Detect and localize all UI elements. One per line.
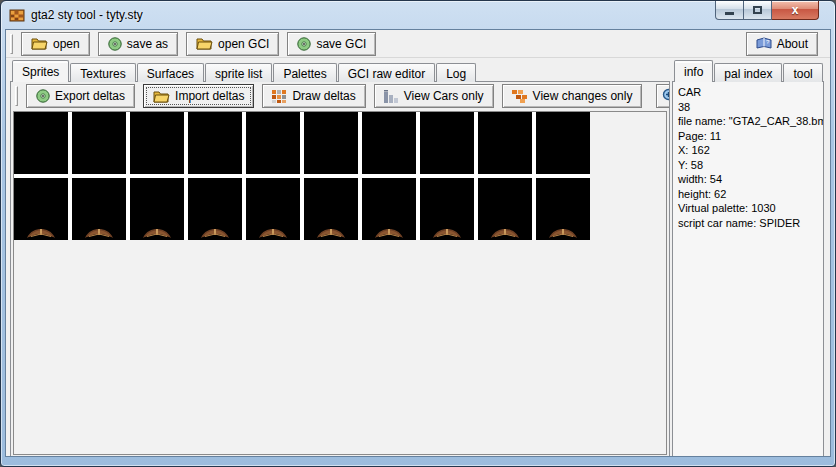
view-changes-only-label: View changes only [533, 89, 633, 103]
sprite-tile[interactable] [536, 112, 590, 174]
minimize-button[interactable] [715, 1, 744, 20]
toolbar-grip[interactable] [15, 86, 18, 106]
main-tabcontrol: Sprites Textures Surfaces sprite list Pa… [10, 60, 670, 457]
sprite-tile[interactable] [130, 178, 184, 240]
sprite-tile[interactable] [304, 112, 358, 174]
cars-grid-icon [384, 90, 399, 103]
tab-log[interactable]: Log [436, 63, 476, 82]
sprite-tile[interactable] [304, 178, 358, 240]
draw-deltas-button[interactable]: Draw deltas [262, 84, 365, 108]
sprite-tile[interactable] [130, 112, 184, 174]
sprites-tabpage: Export deltas Import deltas [10, 81, 670, 457]
info-line-number: 38 [678, 100, 818, 115]
tab-pal-index[interactable]: pal index [714, 63, 782, 82]
draw-deltas-label: Draw deltas [292, 89, 355, 103]
info-tabpage: CAR 38 file name: "GTA2_CAR_38.bmp" Page… [672, 81, 824, 457]
close-button[interactable]: x [772, 1, 819, 20]
zoom-in-button[interactable] [656, 84, 670, 108]
car-top-sprite [200, 228, 230, 239]
info-line-virtual-palette: Virtual palette: 1030 [678, 201, 818, 216]
sprite-tile[interactable] [72, 112, 126, 174]
car-top-sprite [26, 228, 56, 239]
car-top-sprite [490, 228, 520, 239]
tab-sprite-list[interactable]: sprite list [205, 63, 272, 82]
sprite-tile[interactable] [14, 112, 68, 174]
sprite-tile[interactable] [246, 112, 300, 174]
content-row: Sprites Textures Surfaces sprite list Pa… [6, 58, 830, 457]
open-gci-button[interactable]: open GCI [186, 32, 279, 56]
info-line-page: Page: 11 [678, 129, 818, 144]
about-button-label: About [777, 37, 808, 51]
view-cars-only-label: View Cars only [404, 89, 484, 103]
about-button[interactable]: ? About [746, 32, 818, 56]
export-deltas-label: Export deltas [55, 89, 125, 103]
info-line-height: height: 62 [678, 187, 818, 202]
folder-open-icon [153, 90, 170, 103]
tab-gci-raw-editor[interactable]: GCI raw editor [338, 63, 435, 82]
tab-palettes[interactable]: Palettes [273, 63, 336, 82]
minimize-icon [725, 12, 734, 15]
sprite-tile[interactable] [478, 112, 532, 174]
maximize-button[interactable] [744, 1, 772, 20]
changes-icon [512, 90, 528, 103]
deltas-toolbar: Export deltas Import deltas [11, 82, 669, 110]
car-top-sprite [548, 228, 578, 239]
info-line-x: X: 162 [678, 143, 818, 158]
app-icon [9, 7, 25, 23]
sprite-tile[interactable] [362, 112, 416, 174]
tab-textures[interactable]: Textures [70, 63, 135, 82]
car-top-sprite [142, 228, 172, 239]
car-top-sprite [84, 228, 114, 239]
sprite-tile[interactable] [188, 178, 242, 240]
app-window: gta2 sty tool - tyty.sty x open save as [0, 0, 836, 467]
save-as-button[interactable]: save as [98, 32, 178, 56]
folder-open-icon [196, 37, 213, 50]
folder-open-icon [31, 37, 48, 50]
open-gci-button-label: open GCI [218, 37, 269, 51]
car-top-sprite [432, 228, 462, 239]
sprite-tile[interactable] [478, 178, 532, 240]
save-disc-icon [297, 37, 311, 51]
car-top-sprite [374, 228, 404, 239]
info-line-y: Y: 58 [678, 158, 818, 173]
info-line-file-name: file name: "GTA2_CAR_38.bmp" [678, 114, 818, 129]
import-deltas-label: Import deltas [175, 89, 244, 103]
import-deltas-button[interactable]: Import deltas [143, 84, 254, 108]
sprite-grid [14, 112, 590, 240]
tab-surfaces[interactable]: Surfaces [137, 63, 204, 82]
toolbar-grip[interactable] [10, 34, 13, 54]
sprite-tile[interactable] [420, 178, 474, 240]
side-tabstrip: info pal index tool [672, 60, 824, 82]
tab-info[interactable]: info [674, 60, 713, 82]
car-top-sprite [258, 228, 288, 239]
tab-tool[interactable]: tool [783, 63, 822, 82]
client-area: open save as open GCI save GCI [5, 29, 831, 457]
sprite-tile[interactable] [14, 178, 68, 240]
sprite-tile[interactable] [246, 178, 300, 240]
view-changes-only-button[interactable]: View changes only [502, 84, 643, 108]
sprite-tile[interactable] [536, 178, 590, 240]
maximize-icon [753, 6, 762, 14]
sprite-tile[interactable] [72, 178, 126, 240]
main-toolbar: open save as open GCI save GCI [6, 30, 830, 58]
info-line-type: CAR [678, 85, 818, 100]
titlebar[interactable]: gta2 sty tool - tyty.sty x [1, 1, 835, 29]
sprite-tile[interactable] [420, 112, 474, 174]
open-button[interactable]: open [21, 32, 90, 56]
view-cars-only-button[interactable]: View Cars only [374, 84, 494, 108]
save-gci-button[interactable]: save GCI [287, 32, 376, 56]
window-title: gta2 sty tool - tyty.sty [31, 8, 143, 22]
save-as-button-label: save as [127, 37, 168, 51]
export-deltas-button[interactable]: Export deltas [26, 84, 135, 108]
zoom-in-icon [662, 88, 670, 104]
sprite-tile[interactable] [362, 178, 416, 240]
open-button-label: open [53, 37, 80, 51]
window-controls: x [715, 1, 819, 20]
info-line-width: width: 54 [678, 172, 818, 187]
info-line-script-car-name: script car name: SPIDER [678, 216, 818, 231]
save-disc-icon [108, 37, 122, 51]
sprite-canvas [13, 111, 667, 455]
close-icon: x [792, 3, 799, 17]
sprite-tile[interactable] [188, 112, 242, 174]
tab-sprites[interactable]: Sprites [12, 60, 69, 82]
